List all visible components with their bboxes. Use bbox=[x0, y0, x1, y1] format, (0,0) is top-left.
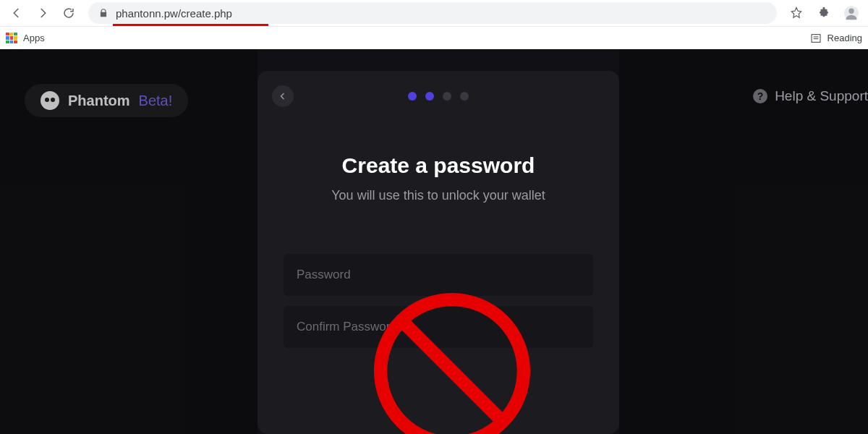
url-text: phantonn.pw/create.php bbox=[116, 7, 232, 20]
step-dot-1 bbox=[408, 92, 417, 101]
lock-icon bbox=[98, 8, 109, 18]
address-bar[interactable]: phantonn.pw/create.php bbox=[88, 2, 777, 24]
phantom-logo-icon bbox=[41, 91, 59, 110]
step-dot-3 bbox=[443, 92, 451, 101]
card-subtitle: You will use this to unlock your wallet bbox=[258, 188, 619, 203]
avatar-icon bbox=[843, 5, 859, 21]
step-dot-4 bbox=[460, 92, 469, 101]
apps-bookmark[interactable]: Apps bbox=[6, 33, 45, 44]
help-support-link[interactable]: ? Help & Support bbox=[753, 88, 868, 104]
back-nav-button[interactable] bbox=[4, 2, 29, 24]
svg-point-1 bbox=[848, 9, 854, 14]
card-title: Create a password bbox=[258, 153, 619, 178]
phantom-brand-pill[interactable]: Phantom Beta! bbox=[25, 84, 188, 117]
card-back-button[interactable] bbox=[272, 85, 294, 107]
arrow-left-icon bbox=[10, 7, 23, 20]
star-icon bbox=[789, 6, 804, 20]
confirm-password-input[interactable] bbox=[284, 306, 593, 348]
url-underline-annotation bbox=[113, 24, 268, 26]
progress-stepper bbox=[408, 92, 469, 101]
help-icon: ? bbox=[753, 89, 767, 103]
extensions-button[interactable] bbox=[812, 2, 836, 24]
chevron-left-icon bbox=[278, 92, 287, 101]
reading-icon bbox=[810, 33, 822, 44]
card-header bbox=[258, 84, 619, 109]
dim-overlay-right bbox=[619, 49, 868, 434]
page-viewport: Phantom Beta! ? Help & Support Create a … bbox=[0, 49, 868, 434]
help-support-label: Help & Support bbox=[775, 88, 868, 104]
brand-name: Phantom bbox=[68, 93, 130, 109]
chrome-toolbar: phantonn.pw/create.php bbox=[0, 0, 868, 26]
reading-label: Reading bbox=[827, 33, 862, 43]
bookmark-star-button[interactable] bbox=[784, 2, 809, 24]
reading-list-button[interactable]: Reading bbox=[810, 33, 862, 44]
create-password-card: Create a password You will use this to u… bbox=[258, 71, 619, 434]
apps-label: Apps bbox=[23, 33, 45, 43]
bookmark-bar: Apps Reading bbox=[0, 26, 868, 49]
apps-grid-icon bbox=[6, 33, 17, 44]
arrow-right-icon bbox=[36, 7, 49, 20]
puzzle-icon bbox=[817, 7, 830, 20]
step-dot-2 bbox=[425, 92, 434, 101]
password-input[interactable] bbox=[284, 254, 593, 296]
svg-rect-2 bbox=[812, 34, 820, 42]
reload-button[interactable] bbox=[56, 2, 81, 24]
reload-icon bbox=[62, 7, 75, 20]
forward-nav-button[interactable] bbox=[30, 2, 55, 24]
brand-beta-tag: Beta! bbox=[139, 93, 173, 109]
profile-avatar-button[interactable] bbox=[839, 2, 864, 24]
